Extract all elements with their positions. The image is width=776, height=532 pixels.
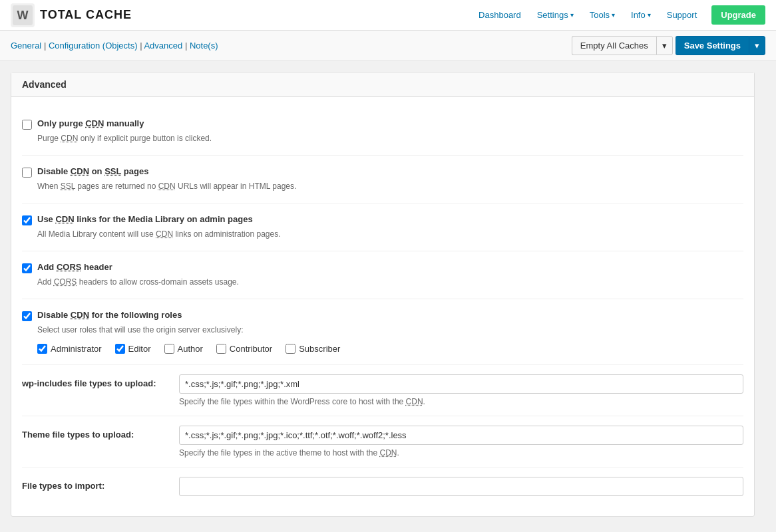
setting-purge-cdn: Only purge CDN manually Purge CDN only i… — [22, 108, 743, 156]
setting-cdn-media-library: Use CDN links for the Media Library on a… — [22, 203, 743, 251]
role-subscriber: Subscriber — [286, 344, 340, 354]
setting-disable-cdn-roles: Disable CDN for the following roles Sele… — [22, 299, 743, 365]
theme-types-label: Theme file types to upload: — [22, 426, 168, 440]
purge-cdn-desc: Purge CDN only if explicit purge button … — [37, 132, 743, 144]
upgrade-button[interactable]: Upgrade — [711, 5, 765, 25]
save-settings-dropdown-icon: ▾ — [755, 41, 759, 51]
file-types-import-label: File types to import: — [22, 477, 168, 491]
app-title: TOTAL CACHE — [40, 8, 132, 22]
main-content: Advanced Only purge CDN manually Purge C… — [0, 61, 765, 527]
form-row-wp-includes: wp-includes file types to upload: Specif… — [22, 365, 743, 416]
settings-chevron-icon: ▾ — [570, 11, 574, 19]
cors-header-label[interactable]: Add CORS header — [37, 262, 112, 272]
sub-navigation: General | Configuration (Objects) | Adva… — [0, 31, 776, 61]
form-row-file-types-import: File types to import: — [22, 467, 743, 505]
breadcrumb-general[interactable]: General — [11, 41, 41, 51]
disable-cdn-ssl-label[interactable]: Disable CDN on SSL pages — [37, 166, 148, 176]
nav-tools[interactable]: Tools ▾ — [583, 6, 622, 24]
breadcrumb-notes[interactable]: Note(s) — [190, 41, 218, 51]
svg-text:W: W — [17, 9, 29, 22]
breadcrumb-advanced[interactable]: Advanced — [144, 41, 182, 51]
nav-links: Dashboard Settings ▾ Tools ▾ Info ▾ Supp… — [472, 5, 765, 25]
role-author: Author — [164, 344, 203, 354]
breadcrumb: General | Configuration (Objects) | Adva… — [11, 41, 218, 51]
role-contributor-label[interactable]: Contributor — [230, 344, 272, 354]
empty-all-caches-button[interactable]: Empty All Caches — [572, 36, 656, 55]
logo-area: W TOTAL CACHE — [11, 3, 132, 27]
cdn-media-library-desc: All Media Library content will use CDN l… — [37, 228, 743, 240]
role-editor-checkbox[interactable] — [115, 344, 125, 354]
file-types-import-input[interactable] — [179, 477, 743, 496]
disable-cdn-ssl-desc: When SSL pages are returned no CDN URLs … — [37, 180, 743, 192]
theme-types-hint: Specify the file types in the active the… — [179, 448, 743, 458]
setting-disable-cdn-ssl: Disable CDN on SSL pages When SSL pages … — [22, 156, 743, 203]
purge-cdn-label[interactable]: Only purge CDN manually — [37, 118, 144, 128]
empty-cache-dropdown-icon: ▾ — [662, 41, 667, 51]
file-types-import-field — [179, 477, 743, 496]
action-buttons: Empty All Caches ▾ Save Settings ▾ — [572, 36, 765, 55]
info-chevron-icon: ▾ — [648, 11, 651, 19]
roles-row: Administrator Editor Author Contributor — [37, 344, 743, 354]
setting-cors-header: Add CORS header Add CORS headers to allo… — [22, 251, 743, 299]
save-settings-dropdown-button[interactable]: ▾ — [749, 36, 765, 55]
role-contributor: Contributor — [216, 344, 272, 354]
form-row-theme-types: Theme file types to upload: Specify the … — [22, 416, 743, 467]
nav-support[interactable]: Support — [660, 6, 704, 24]
advanced-panel: Advanced Only purge CDN manually Purge C… — [11, 72, 755, 517]
wp-includes-field: Specify the file types within the WordPr… — [179, 374, 743, 406]
wp-includes-label: wp-includes file types to upload: — [22, 374, 168, 388]
nav-info[interactable]: Info ▾ — [624, 6, 658, 24]
section-body: Only purge CDN manually Purge CDN only i… — [11, 97, 754, 516]
disable-cdn-roles-label[interactable]: Disable CDN for the following roles — [37, 310, 182, 320]
purge-cdn-checkbox[interactable] — [22, 120, 32, 130]
role-author-label[interactable]: Author — [178, 344, 203, 354]
logo-icon: W — [11, 3, 35, 27]
cdn-media-library-checkbox[interactable] — [22, 215, 32, 225]
wp-includes-hint: Specify the file types within the WordPr… — [179, 397, 743, 406]
disable-cdn-roles-desc: Select user roles that will use the orig… — [37, 324, 743, 336]
tools-chevron-icon: ▾ — [612, 11, 615, 19]
role-administrator-checkbox[interactable] — [37, 344, 47, 354]
breadcrumb-configuration[interactable]: Configuration (Objects) — [49, 41, 138, 51]
role-administrator: Administrator — [37, 344, 102, 354]
role-contributor-checkbox[interactable] — [216, 344, 226, 354]
nav-dashboard[interactable]: Dashboard — [472, 6, 528, 24]
role-editor: Editor — [115, 344, 151, 354]
save-settings-button[interactable]: Save Settings — [676, 36, 749, 55]
cors-header-checkbox[interactable] — [22, 263, 32, 273]
role-editor-label[interactable]: Editor — [128, 344, 151, 354]
section-header: Advanced — [11, 72, 754, 97]
wp-includes-input[interactable] — [179, 374, 743, 394]
cdn-media-library-label[interactable]: Use CDN links for the Media Library on a… — [37, 214, 253, 224]
nav-settings[interactable]: Settings ▾ — [530, 6, 580, 24]
role-subscriber-checkbox[interactable] — [286, 344, 295, 354]
theme-types-field: Specify the file types in the active the… — [179, 426, 743, 458]
disable-cdn-ssl-checkbox[interactable] — [22, 168, 32, 178]
theme-types-input[interactable] — [179, 426, 743, 445]
top-navigation: W TOTAL CACHE Dashboard Settings ▾ Tools… — [0, 0, 776, 31]
role-subscriber-label[interactable]: Subscriber — [299, 344, 340, 354]
disable-cdn-roles-checkbox[interactable] — [22, 311, 32, 321]
cors-header-desc: Add CORS headers to allow cross-domain a… — [37, 276, 743, 288]
role-author-checkbox[interactable] — [164, 344, 174, 354]
empty-cache-dropdown-button[interactable]: ▾ — [656, 36, 673, 55]
role-administrator-label[interactable]: Administrator — [51, 344, 102, 354]
